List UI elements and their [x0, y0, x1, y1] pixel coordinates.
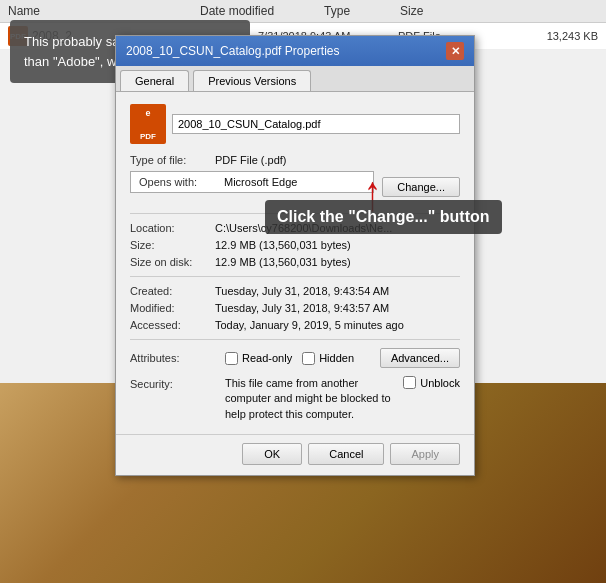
file-name-row: e: [130, 104, 460, 144]
unblock-checkbox-item: Unblock: [403, 376, 460, 389]
readonly-checkbox-item: Read-only: [225, 352, 292, 365]
modified-label: Modified:: [130, 302, 215, 314]
opens-with-app: Microsoft Edge: [224, 176, 365, 188]
size-on-disk-label: Size on disk:: [130, 256, 215, 268]
attributes-row: Attributes: Read-only Hidden Advanced...: [130, 348, 460, 368]
tab-previous-versions[interactable]: Previous Versions: [193, 70, 311, 91]
hidden-checkbox[interactable]: [302, 352, 315, 365]
click-hint-tooltip: Click the "Change..." button: [265, 200, 502, 234]
tab-general[interactable]: General: [120, 70, 189, 91]
dialog-titlebar: 2008_10_CSUN_Catalog.pdf Properties ✕: [116, 36, 474, 66]
location-label: Location:: [130, 222, 215, 234]
readonly-label: Read-only: [242, 352, 292, 364]
separator-3: [130, 339, 460, 340]
accessed-label: Accessed:: [130, 319, 215, 331]
col-type-header: Type: [324, 4, 350, 18]
dialog-footer: OK Cancel Apply: [116, 434, 474, 475]
accessed-row: Accessed: Today, January 9, 2019, 5 minu…: [130, 319, 460, 331]
col-name-header: Name: [8, 4, 40, 18]
unblock-label: Unblock: [420, 377, 460, 389]
size-label: Size:: [130, 239, 215, 251]
type-value: PDF File (.pdf): [215, 154, 460, 166]
hidden-checkbox-item: Hidden: [302, 352, 354, 365]
readonly-checkbox[interactable]: [225, 352, 238, 365]
type-label: Type of file:: [130, 154, 215, 166]
attributes-label: Attributes:: [130, 352, 215, 364]
dialog-title: 2008_10_CSUN_Catalog.pdf Properties: [126, 44, 339, 58]
dialog-tabs: General Previous Versions: [116, 66, 474, 92]
ok-button[interactable]: OK: [242, 443, 302, 465]
unblock-checkbox[interactable]: [403, 376, 416, 389]
security-row: Security: This file came from another co…: [130, 376, 460, 422]
opens-with-container: Opens with: Microsoft Edge Change...: [130, 171, 460, 203]
size-row: Size: 12.9 MB (13,560,031 bytes): [130, 239, 460, 251]
size-on-disk-row: Size on disk: 12.9 MB (13,560,031 bytes): [130, 256, 460, 268]
modified-row: Modified: Tuesday, July 31, 2018, 9:43:5…: [130, 302, 460, 314]
opens-with-box: Opens with: Microsoft Edge: [130, 171, 374, 193]
col-date-header: Date modified: [200, 4, 274, 18]
advanced-button[interactable]: Advanced...: [380, 348, 460, 368]
pdf-icon-large: e: [130, 104, 166, 144]
created-row: Created: Tuesday, July 31, 2018, 9:43:54…: [130, 285, 460, 297]
file-name-input[interactable]: [172, 114, 460, 134]
separator-2: [130, 276, 460, 277]
properties-dialog: 2008_10_CSUN_Catalog.pdf Properties ✕ Ge…: [115, 35, 475, 476]
cancel-button[interactable]: Cancel: [308, 443, 384, 465]
modified-value: Tuesday, July 31, 2018, 9:43:57 AM: [215, 302, 460, 314]
accessed-value: Today, January 9, 2019, 5 minutes ago: [215, 319, 460, 331]
col-size-header: Size: [400, 4, 423, 18]
created-value: Tuesday, July 31, 2018, 9:43:54 AM: [215, 285, 460, 297]
type-of-file-row: Type of file: PDF File (.pdf): [130, 154, 460, 166]
security-text: This file came from another computer and…: [225, 376, 393, 422]
apply-button[interactable]: Apply: [390, 443, 460, 465]
size-value: 12.9 MB (13,560,031 bytes): [215, 239, 460, 251]
hidden-label: Hidden: [319, 352, 354, 364]
close-button[interactable]: ✕: [446, 42, 464, 60]
dialog-body: e Type of file: PDF File (.pdf) Opens wi…: [116, 92, 474, 434]
opens-with-label: Opens with:: [139, 176, 224, 188]
security-label: Security:: [130, 376, 215, 390]
created-label: Created:: [130, 285, 215, 297]
file-size-cell: 13,243 KB: [478, 30, 598, 42]
size-on-disk-value: 12.9 MB (13,560,031 bytes): [215, 256, 460, 268]
change-button[interactable]: Change...: [382, 177, 460, 197]
